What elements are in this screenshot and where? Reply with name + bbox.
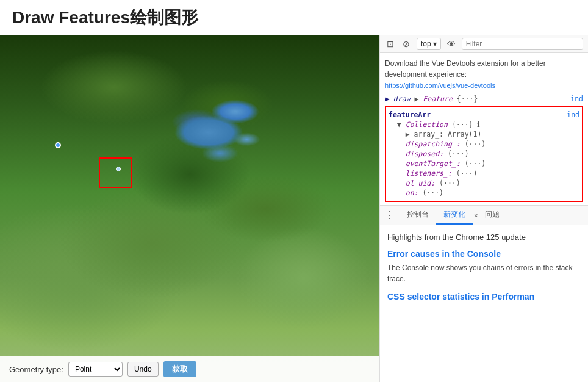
feature-arr-box: featureArr ind ▼ Collection {···} ℹ ▶ ar… (385, 106, 583, 202)
top-label: top (421, 40, 431, 48)
main-layout: Geometry type: Point LineString Polygon … (0, 35, 588, 382)
draw-feature-line: ▶ draw ▶ Feature {···} ind (385, 95, 583, 103)
devtools-link[interactable]: https://github.com/vuejs/vue-devtools (385, 82, 495, 89)
top-dropdown[interactable]: top ▾ (417, 38, 441, 50)
blue-dot-marker (55, 142, 61, 148)
on-line: on: (···) (389, 189, 579, 197)
array-line: ▶ array_: Array(1) (389, 130, 579, 139)
feature1-desc: The Console now shows you chains of erro… (387, 262, 581, 284)
whats-new-panel: Highlights from the Chrome 125 update Er… (380, 225, 588, 382)
undo-button[interactable]: Undo (127, 362, 159, 377)
get-button[interactable]: 获取 (163, 361, 196, 377)
dispatching-line: dispatching_: (···) (389, 140, 579, 148)
tab-menu-icon[interactable]: ⋮ (385, 209, 395, 221)
devtools-content: Download the Vue Devtools extension for … (380, 53, 588, 205)
page-header: Draw Features绘制图形 (0, 0, 588, 35)
block-icon[interactable]: ⊘ (401, 38, 412, 49)
feature2-title: CSS selector statistics in Performan (387, 292, 581, 301)
chevron-down-icon: ▾ (433, 40, 437, 48)
tab-console[interactable]: 控制台 (400, 206, 436, 225)
map-section: Geometry type: Point LineString Polygon … (0, 35, 379, 382)
whats-new-header: Highlights from the Chrome 125 update (387, 232, 581, 242)
map-controls: Geometry type: Point LineString Polygon … (0, 356, 379, 382)
collection-line: ▼ Collection {···} ℹ (389, 120, 579, 129)
geometry-type-select[interactable]: Point LineString Polygon Circle (68, 362, 123, 377)
devtools-panel: ⊡ ⊘ top ▾ 👁 Download the Vue Devtools ex… (379, 35, 588, 382)
map-canvas[interactable] (0, 35, 379, 382)
geometry-type-label: Geometry type: (9, 365, 63, 374)
inspect-icon[interactable]: ⊡ (385, 38, 396, 49)
listeners-line: listeners_: (···) (389, 169, 579, 178)
selection-rectangle (99, 157, 132, 188)
devtools-toolbar: ⊡ ⊘ top ▾ 👁 (380, 35, 588, 53)
disposed-line: disposed: (···) (389, 150, 579, 158)
eventtarget-line: eventTarget_: (···) (389, 159, 579, 168)
devtools-tabs: ⋮ 控制台 新变化 × 问题 (380, 205, 588, 225)
eye-icon[interactable]: 👁 (446, 38, 457, 49)
tab-issues[interactable]: 问题 (478, 206, 507, 225)
oluid-line: ol_uid: (···) (389, 179, 579, 187)
tab-whats-new[interactable]: 新变化 (436, 206, 473, 225)
page-title: Draw Features绘制图形 (12, 6, 576, 29)
devtools-message: Download the Vue Devtools extension for … (385, 58, 583, 91)
feature-arr-line: featureArr ind (389, 110, 579, 119)
filter-input[interactable] (462, 38, 583, 50)
blue-dot-marker-2 (116, 167, 121, 171)
feature1-title[interactable]: Error causes in the Console (387, 249, 581, 259)
